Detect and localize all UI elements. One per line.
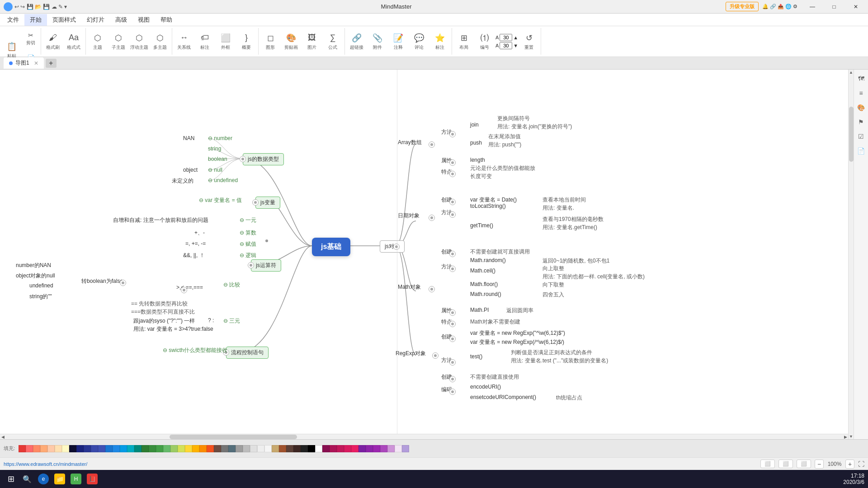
taskbar-browser[interactable]: e	[36, 472, 51, 486]
fullscreen-btn[interactable]: ⛶	[858, 460, 864, 468]
menu-start[interactable]: 开始	[24, 14, 47, 26]
node-boolean[interactable]: boolean	[208, 156, 227, 162]
menu-view[interactable]: 视图	[132, 14, 155, 26]
color-swatch-navyblue[interactable]	[76, 445, 84, 452]
node-plus-minus[interactable]: +、-	[194, 229, 205, 237]
color-swatch-white[interactable]	[315, 445, 322, 452]
canvas[interactable]: js基础 js的数据类型 NAN ⊖ number string boolean…	[0, 70, 854, 439]
color-swatch-grey4[interactable]	[250, 445, 257, 452]
tab-diagram1[interactable]: 导图1 ✕	[4, 57, 44, 69]
node-regexp-code1[interactable]: var 变量名 = new RegExp("^\w(6,12)$")	[470, 329, 565, 337]
format-style-button[interactable]: Aa格式式	[64, 31, 84, 52]
node-ternary-op[interactable]: ? :	[208, 317, 214, 324]
zoom-out-btn[interactable]: −	[815, 460, 824, 469]
color-swatch-nearblack[interactable]	[301, 445, 308, 452]
node-ternary-usage[interactable]: 用法: var 变量名 = 3>4?true:false	[133, 325, 213, 333]
node-var-assign[interactable]: ⊖ var 变量名 = 值	[199, 197, 242, 204]
sidebar-icon-style[interactable]: 🎨	[856, 102, 867, 113]
color-swatch-orange2[interactable]	[40, 445, 47, 452]
sidebar-icon-mark[interactable]: ⚑	[856, 117, 867, 127]
sidebar-icon-map[interactable]: 🗺	[856, 73, 867, 84]
page-fit-btn[interactable]: ⬜	[760, 460, 775, 468]
statusbar-link[interactable]: https://www.edrawsoft.cn/mindmaster/	[4, 461, 87, 467]
node-join[interactable]: join	[470, 122, 479, 128]
node-round[interactable]: Math.round()	[470, 291, 501, 297]
image-button[interactable]: 🖼图片	[302, 31, 322, 52]
color-swatch-grey3[interactable]	[243, 445, 250, 452]
color-swatch-orange1[interactable]	[33, 445, 40, 452]
summary-button[interactable]: }概要	[236, 31, 256, 52]
color-swatch-green1[interactable]	[149, 445, 156, 452]
node-autoincrement[interactable]: 自增和自减: 注意一个放前和放后的问题	[113, 216, 208, 224]
comment-button[interactable]: 💬评论	[409, 31, 429, 52]
node-js-data-type[interactable]: js的数据类型	[243, 153, 284, 165]
node-string[interactable]: string	[208, 145, 221, 152]
center-node[interactable]: js基础	[312, 238, 350, 256]
multi-theme-button[interactable]: ⬡多主题	[150, 31, 170, 52]
node-gettime[interactable]: getTime()	[470, 222, 493, 229]
font-size-down[interactable]: A▼	[495, 42, 518, 49]
node-array[interactable]: Array数组	[398, 139, 422, 146]
color-swatch-lightorange[interactable]	[55, 445, 62, 452]
color-swatch-deeporange[interactable]	[207, 445, 214, 452]
taskbar-files[interactable]: 📁	[52, 472, 67, 486]
color-swatch-lightgreen[interactable]	[163, 445, 170, 452]
taskbar-search[interactable]: 🔍	[20, 472, 34, 486]
node-emptystr[interactable]: string的""	[29, 293, 52, 300]
taskbar-monitor[interactable]: H	[69, 472, 83, 486]
scroll-up-btn[interactable]: ▲	[849, 70, 854, 75]
taskbar-start[interactable]: ⊞	[4, 472, 18, 486]
node-math[interactable]: Math对象	[398, 283, 421, 291]
color-swatch-orange[interactable]	[199, 445, 207, 452]
color-swatch-pink3[interactable]	[344, 445, 351, 452]
sub-theme-button[interactable]: ⬡子主题	[108, 31, 128, 52]
node-tolocal[interactable]: toLocatString()	[470, 203, 506, 209]
color-swatch-black[interactable]	[308, 445, 315, 452]
node-ternary-label[interactable]: ⊖ 三元	[223, 317, 240, 325]
relation-button[interactable]: ↔关系线	[174, 31, 194, 52]
cut-button[interactable]: ✂剪切	[23, 28, 39, 50]
taskbar-app5[interactable]: 📕	[85, 472, 99, 486]
color-swatch-amber[interactable]	[192, 445, 199, 452]
node-null[interactable]: ⊖ null	[208, 167, 222, 173]
color-swatch-pink2[interactable]	[337, 445, 344, 452]
node-logic-label[interactable]: ⊖ 逻辑	[240, 252, 256, 259]
zoom-in-btn[interactable]: +	[845, 460, 854, 469]
formula-button[interactable]: ∑公式	[323, 31, 343, 52]
node-object[interactable]: object	[183, 167, 198, 173]
color-swatch-verylightpurple[interactable]	[395, 445, 402, 452]
node-arithmetic[interactable]: ⊖ 算数	[240, 229, 256, 237]
color-swatch-purple4[interactable]	[380, 445, 387, 452]
color-swatch-grey[interactable]	[221, 445, 228, 452]
menu-file[interactable]: 文件	[2, 14, 24, 26]
attachment-button[interactable]: 📎附件	[368, 31, 387, 52]
node-encodeuri[interactable]: encodeURI()	[470, 384, 501, 390]
node-nan2[interactable]: number的NAN	[16, 262, 51, 269]
node-js-obj[interactable]: js对象	[380, 240, 405, 253]
float-theme-button[interactable]: ⬡浮动主题	[129, 31, 149, 52]
sidebar-icon-list[interactable]: ≡	[856, 88, 867, 99]
color-swatch-darkpink[interactable]	[322, 445, 330, 452]
scroll-thumb-h[interactable]	[170, 435, 297, 439]
close-button[interactable]: ✕	[845, 0, 866, 14]
color-swatch-yellow[interactable]	[185, 445, 192, 452]
minimize-button[interactable]: —	[802, 0, 823, 14]
node-random[interactable]: Math.random()	[470, 257, 506, 263]
label-button[interactable]: 🏷标注	[195, 31, 215, 52]
node-regexp[interactable]: RegExp对象	[396, 350, 426, 357]
theme-button[interactable]: ⬡主题	[88, 31, 108, 52]
color-swatch-peach[interactable]	[47, 445, 55, 452]
color-swatch-purple1[interactable]	[359, 445, 366, 452]
node-undefined-label[interactable]: 未定义的	[172, 177, 193, 185]
frame-button[interactable]: ⬜外框	[216, 31, 236, 52]
color-swatch-cyan[interactable]	[127, 445, 134, 452]
color-swatch-lightpurple[interactable]	[387, 445, 395, 452]
font-size-input2[interactable]	[500, 42, 512, 49]
node-regexp-code2[interactable]: var 变量名 = new RegExp(/^\w(6,12)$/)	[470, 338, 564, 346]
node-length[interactable]: length	[470, 157, 485, 163]
color-swatch-grey2[interactable]	[236, 445, 243, 452]
node-flow[interactable]: 流程控制语句	[226, 347, 269, 359]
node-compare-ops[interactable]: >,<,==,===	[176, 284, 203, 291]
page-size-btn[interactable]: ⬜	[778, 460, 793, 468]
color-swatch-brown[interactable]	[214, 445, 221, 452]
